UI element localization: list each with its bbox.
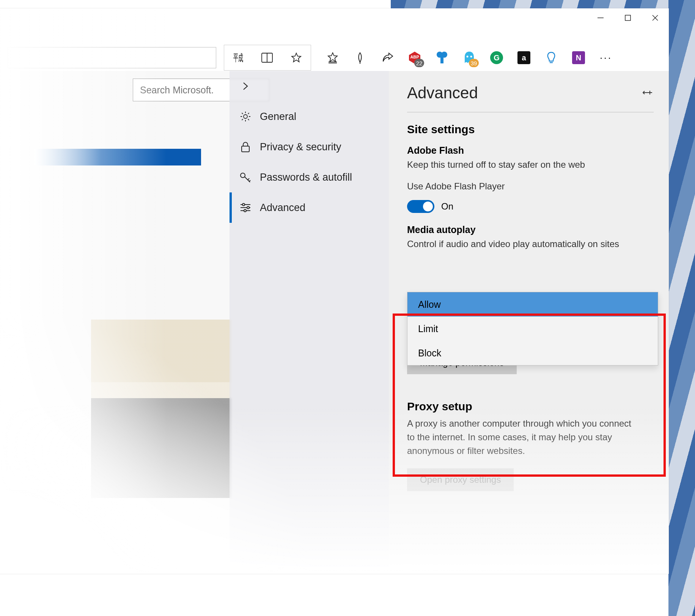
adblock-badge: 22 bbox=[414, 59, 424, 67]
media-heading: Media autoplay bbox=[407, 224, 654, 235]
section-title: Site settings bbox=[407, 123, 654, 136]
page-blue-banner bbox=[34, 149, 201, 165]
favorite-star-icon[interactable] bbox=[291, 52, 302, 63]
window-titlebar bbox=[587, 8, 669, 27]
svg-point-19 bbox=[244, 115, 247, 118]
dropdown-option-allow[interactable]: Allow bbox=[407, 292, 658, 317]
nav-item-advanced[interactable]: Advanced bbox=[230, 192, 389, 223]
window-close-button[interactable] bbox=[642, 8, 669, 27]
settings-sidebar: General Privacy & security Passwords & a… bbox=[230, 71, 389, 574]
chevron-right-icon bbox=[239, 80, 252, 92]
dropdown-option-limit[interactable]: Limit bbox=[407, 317, 658, 341]
page-hero-image bbox=[91, 320, 231, 498]
nav-item-general[interactable]: General bbox=[230, 101, 389, 132]
extension-icons: ABP 22 39 G a N ··· bbox=[319, 45, 661, 71]
key-icon bbox=[239, 171, 252, 183]
amazon-icon[interactable]: a bbox=[517, 50, 531, 65]
detail-title: Advanced bbox=[407, 84, 654, 102]
svg-rect-15 bbox=[440, 57, 443, 63]
flash-toggle-label: Use Adobe Flash Player bbox=[407, 180, 654, 193]
nav-item-label: Passwords & autofill bbox=[260, 172, 352, 183]
turnoff-lights-icon[interactable] bbox=[544, 50, 558, 65]
translate-icon[interactable]: ㍻ bbox=[233, 51, 243, 65]
settings-back-button[interactable] bbox=[230, 71, 389, 101]
desktop-wallpaper-right bbox=[668, 0, 695, 616]
address-bar-actions: ㍻ bbox=[224, 45, 311, 71]
svg-marker-6 bbox=[292, 53, 301, 62]
reading-view-icon[interactable] bbox=[261, 53, 273, 63]
notes-pen-icon[interactable] bbox=[353, 50, 367, 65]
dropdown-option-block[interactable]: Block bbox=[407, 341, 658, 365]
nav-item-label: Privacy & security bbox=[260, 141, 341, 153]
lock-icon bbox=[239, 141, 252, 153]
address-bar[interactable] bbox=[8, 47, 216, 68]
svg-point-25 bbox=[247, 206, 249, 209]
divider bbox=[407, 112, 654, 112]
adblock-icon[interactable]: ABP 22 bbox=[407, 50, 422, 65]
ghostery-icon[interactable]: 39 bbox=[462, 50, 476, 65]
sliders-icon bbox=[239, 202, 252, 214]
toggle-switch-on-icon bbox=[407, 200, 434, 213]
nav-item-passwords[interactable]: Passwords & autofill bbox=[230, 162, 389, 192]
share-icon[interactable] bbox=[380, 50, 395, 65]
proxy-heading: Proxy setup bbox=[407, 400, 654, 413]
grammarly-icon[interactable]: G bbox=[489, 50, 504, 65]
flash-description: Keep this turned off to stay safer on th… bbox=[407, 158, 654, 172]
nav-item-label: Advanced bbox=[260, 202, 305, 214]
media-description: Control if audio and video play automati… bbox=[407, 238, 654, 251]
pin-icon[interactable] bbox=[642, 88, 653, 97]
svg-point-23 bbox=[242, 203, 245, 206]
flash-heading: Adobe Flash bbox=[407, 145, 654, 156]
gear-icon bbox=[239, 110, 252, 123]
flash-toggle[interactable]: On bbox=[407, 200, 453, 213]
svg-point-21 bbox=[241, 173, 245, 178]
settings-detail-pane: Advanced Site settings Adobe Flash Keep … bbox=[389, 71, 669, 574]
media-autoplay-dropdown[interactable]: Allow Limit Block bbox=[407, 292, 658, 366]
more-icon[interactable]: ··· bbox=[599, 50, 613, 65]
edge-browser-window: ㍻ ABP 22 bbox=[0, 8, 669, 574]
rewards-icon[interactable] bbox=[435, 50, 449, 65]
open-proxy-settings-button[interactable]: Open proxy settings bbox=[407, 468, 514, 491]
browser-toolbar: ㍻ ABP 22 bbox=[0, 45, 669, 71]
nav-item-label: General bbox=[260, 111, 296, 123]
onenote-icon[interactable]: N bbox=[571, 50, 586, 65]
flash-toggle-state: On bbox=[441, 201, 453, 212]
window-minimize-button[interactable] bbox=[587, 8, 614, 27]
svg-point-27 bbox=[244, 210, 246, 212]
nav-item-privacy[interactable]: Privacy & security bbox=[230, 132, 389, 162]
ghostery-badge: 39 bbox=[469, 59, 479, 67]
proxy-description: A proxy is another computer through whic… bbox=[407, 417, 635, 458]
svg-rect-1 bbox=[625, 15, 631, 20]
svg-point-17 bbox=[470, 56, 472, 58]
svg-marker-7 bbox=[328, 53, 337, 61]
favorites-list-icon[interactable] bbox=[325, 50, 340, 65]
svg-point-16 bbox=[467, 56, 469, 58]
window-maximize-button[interactable] bbox=[614, 8, 642, 27]
svg-rect-20 bbox=[242, 146, 249, 152]
